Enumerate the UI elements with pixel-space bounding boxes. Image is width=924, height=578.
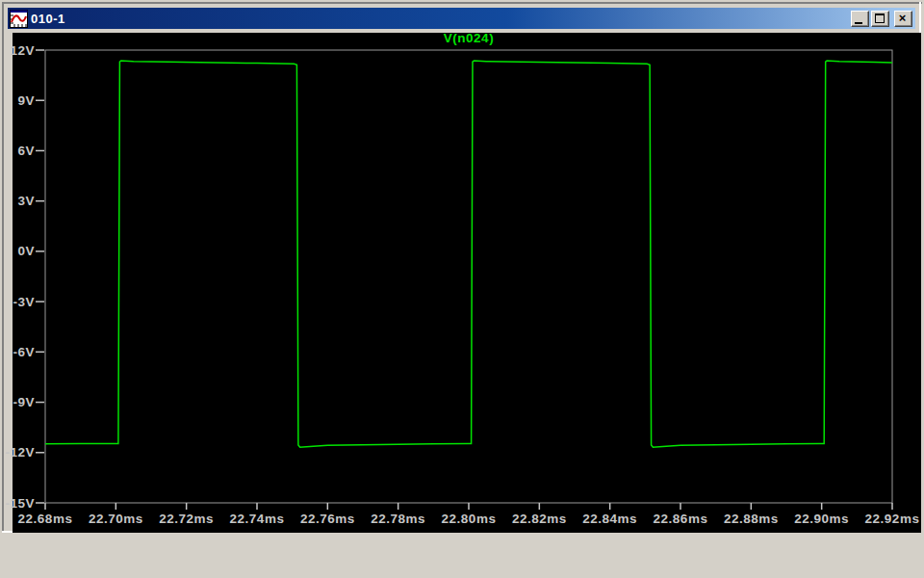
window-title: 010-1 — [31, 12, 851, 26]
waveform-window: 010-1 × — [4, 4, 919, 531]
maximize-button[interactable] — [871, 11, 889, 27]
maximize-icon — [875, 13, 885, 23]
waveform-chart-icon — [10, 10, 28, 28]
window-titlebar[interactable]: 010-1 × — [8, 8, 915, 29]
minimize-icon — [855, 22, 862, 24]
close-button[interactable]: × — [894, 11, 912, 27]
close-icon: × — [895, 12, 910, 24]
minimize-button[interactable] — [851, 11, 869, 27]
waveform-plot-area[interactable] — [13, 33, 921, 533]
